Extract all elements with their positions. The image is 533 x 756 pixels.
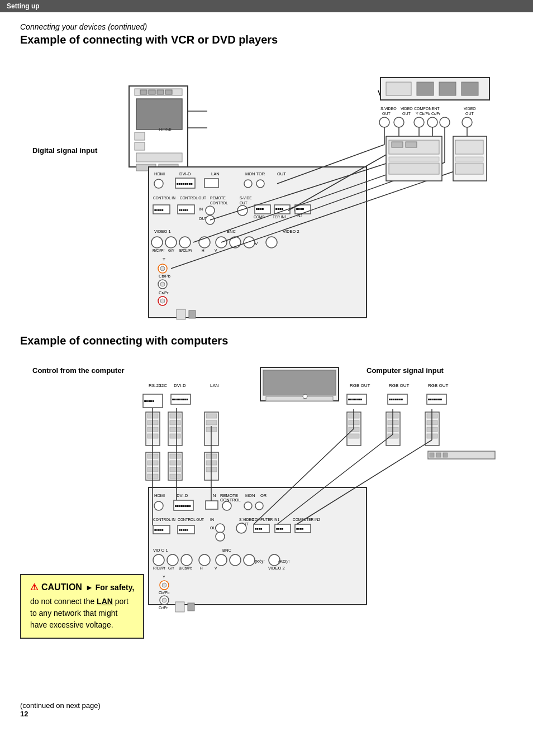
svg-text:DVI-D: DVI-D [179, 171, 191, 176]
svg-point-58 [165, 237, 177, 248]
svg-text:VIDEO: VIDEO [401, 107, 413, 111]
svg-rect-5 [149, 90, 155, 94]
svg-rect-150 [206, 414, 217, 418]
section1: Connecting your devices (continued) Exam… [20, 22, 513, 329]
svg-rect-120 [455, 140, 483, 154]
svg-text:■■■■: ■■■■ [256, 207, 264, 210]
svg-text:Digital signal input: Digital signal input [32, 146, 98, 155]
svg-text:HDMI: HDMI [154, 493, 165, 498]
svg-rect-163 [349, 434, 359, 438]
svg-text:G/Y: G/Y [168, 248, 175, 252]
svg-rect-80 [177, 309, 185, 319]
svg-text:■■■■■: ■■■■■ [144, 399, 154, 403]
svg-text:COMPONENT: COMPONENT [414, 107, 440, 111]
svg-text:RS-232C: RS-232C [149, 383, 167, 388]
caution-title: ⚠ CAUTION ► For safety, [30, 582, 134, 592]
svg-rect-168 [388, 434, 398, 438]
svg-text:MON: MON [245, 493, 255, 498]
svg-text:■■■■■: ■■■■■ [179, 528, 188, 532]
svg-text:S-VIDEO: S-VIDEO [380, 107, 397, 111]
svg-text:CONTROL IN: CONTROL IN [153, 196, 175, 200]
svg-text:■■■■■■■■: ■■■■■■■■ [175, 504, 191, 508]
svg-rect-12 [136, 153, 182, 162]
header-label: Setting up [7, 2, 40, 10]
svg-text:■■■■: ■■■■ [296, 527, 303, 530]
svg-point-76 [160, 282, 165, 286]
svg-text:■■■■■■■: ■■■■■■■ [428, 398, 442, 401]
svg-text:H: H [200, 566, 203, 570]
svg-text:B/Cb/Pr: B/Cb/Pr [179, 248, 193, 252]
svg-text:■■■■: ■■■■ [276, 527, 283, 530]
svg-text:G/Y: G/Y [168, 566, 175, 570]
section1-title: Example of connecting with VCR or DVD pl… [20, 34, 513, 46]
svg-text:TER IN1: TER IN1 [273, 215, 287, 219]
svg-rect-117 [389, 157, 439, 161]
svg-text:HDMI: HDMI [159, 127, 172, 132]
svg-point-206 [255, 502, 263, 510]
svg-point-99 [440, 117, 450, 127]
svg-text:H: H [202, 248, 204, 252]
vcr-diagram-svg: Digital signal input Video signal input … [20, 55, 512, 329]
svg-text:Computer signal input: Computer signal input [367, 366, 444, 375]
svg-rect-133 [266, 396, 333, 401]
svg-text:Y: Y [163, 257, 165, 262]
svg-point-59 [179, 237, 191, 248]
svg-rect-151 [206, 420, 217, 425]
svg-text:R/Cr/Pr: R/Cr/Pr [153, 248, 165, 252]
svg-point-236 [244, 554, 255, 566]
svg-rect-145 [170, 414, 180, 418]
svg-text:RGB OUT: RGB OUT [389, 383, 410, 388]
svg-rect-146 [170, 420, 180, 425]
svg-rect-116 [406, 142, 417, 147]
svg-rect-4 [140, 90, 147, 94]
svg-text:V: V [255, 241, 258, 246]
svg-point-205 [244, 502, 252, 510]
svg-text:■■■■■: ■■■■■ [154, 528, 164, 532]
svg-point-204 [222, 501, 231, 510]
svg-point-73 [160, 266, 165, 271]
svg-text:CONTROL: CONTROL [220, 497, 241, 503]
svg-text:VIDEO: VIDEO [464, 107, 476, 111]
svg-point-97 [414, 117, 424, 127]
svg-text:Y Cb/Pb Cr/Pr: Y Cb/Pb Cr/Pr [416, 112, 441, 116]
svg-text:CONTROL OUT: CONTROL OUT [178, 518, 204, 521]
svg-text:V: V [215, 566, 217, 570]
svg-rect-85 [439, 82, 456, 95]
svg-text:Control from the computer: Control from the computer [32, 366, 125, 375]
svg-rect-148 [170, 434, 180, 438]
svg-point-248 [162, 583, 166, 587]
svg-rect-121 [455, 157, 483, 161]
svg-rect-147 [170, 427, 180, 432]
svg-rect-186 [170, 467, 180, 472]
svg-text:VIDEO 2: VIDEO 2 [268, 566, 285, 571]
svg-rect-83 [386, 82, 411, 95]
svg-text:OUT: OUT [382, 112, 391, 116]
svg-rect-187 [170, 474, 180, 479]
svg-point-233 [199, 554, 210, 566]
svg-text:OUT: OUT [402, 112, 411, 116]
svg-text:Cr/Pr: Cr/Pr [159, 290, 169, 295]
svg-text:Cr/Pr: Cr/Pr [159, 606, 168, 610]
svg-text:DVI-D: DVI-D [174, 383, 186, 388]
svg-text:OUT: OUT [277, 171, 286, 176]
svg-rect-84 [417, 82, 434, 95]
svg-point-65 [266, 237, 277, 248]
svg-text:■■■■■: ■■■■■ [179, 208, 188, 212]
svg-text:REMOTE: REMOTE [210, 196, 226, 200]
svg-text:COMPUTER IN1: COMPUTER IN1 [252, 518, 280, 521]
svg-rect-122 [455, 163, 483, 174]
svg-rect-26 [204, 179, 218, 188]
svg-point-23 [154, 179, 163, 188]
svg-rect-8 [136, 99, 182, 130]
svg-point-234 [216, 554, 227, 566]
page-number: 12 [20, 710, 513, 718]
svg-point-200 [154, 501, 163, 510]
svg-text:OR: OR [260, 493, 267, 498]
svg-text:N: N [213, 493, 216, 498]
svg-text:■■■■■■■■: ■■■■■■■■ [172, 398, 188, 401]
svg-text:(KO)↑: (KO)↑ [278, 559, 290, 564]
caution-arrow: ► For safety, [85, 583, 135, 592]
svg-text:RGB OUT: RGB OUT [428, 383, 449, 388]
svg-point-231 [167, 554, 178, 566]
svg-text:■■■■: ■■■■ [255, 527, 262, 530]
